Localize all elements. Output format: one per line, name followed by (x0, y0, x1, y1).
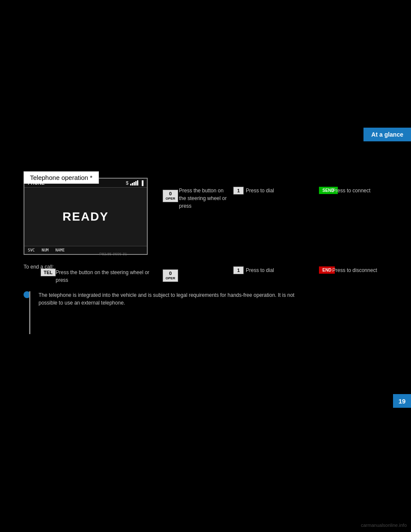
num1-key-bottom[interactable]: 1 (233, 266, 244, 274)
ready-text: READY (63, 210, 109, 224)
body-text-end-4: Press to disconnect (332, 266, 396, 274)
phone-bottom-bar: SVC NUM NAME (24, 246, 147, 254)
watermark: carmanualsonline.info (361, 523, 407, 528)
oper-key-top-main: 0 (165, 191, 176, 197)
body-text-2: Press to dial (246, 187, 314, 194)
name-label: NAME (56, 248, 65, 252)
oper-key-top[interactable]: 0 OPER (163, 190, 178, 202)
oper-key-bottom-sub: OPER (165, 276, 176, 281)
num1-label-bottom: 1 (237, 268, 240, 273)
body-text-end-1: To end a call: (24, 263, 58, 271)
svc-label: SVC (28, 248, 35, 252)
body-text-3: Press to connect (332, 187, 396, 194)
body-text-1: Press the button on the steering wheel o… (179, 187, 230, 210)
dollar-sign: $ (126, 180, 128, 185)
section-title: Telephone operation * (24, 171, 99, 184)
page-number: 19 (393, 394, 411, 408)
phone-screen-image: PHONE $ ▐ READY SVC NUM NAME (24, 178, 148, 255)
note-text: The telephone is integrated into the veh… (39, 291, 295, 307)
signal-bars (130, 180, 138, 185)
photo-reference: P82.85-9606-31 (99, 252, 127, 256)
oper-key-bottom[interactable]: 0 OPER (163, 269, 178, 282)
antenna-icon: ▐ (140, 180, 143, 185)
num1-key-top[interactable]: 1 (233, 187, 244, 194)
oper-key-bottom-main: 0 (165, 271, 176, 276)
note-vertical-line (29, 291, 30, 334)
end-label: END (322, 268, 331, 272)
oper-key-top-sub: OPER (165, 197, 176, 201)
num-label: NUM (42, 248, 48, 252)
signal-area: $ ▐ (126, 180, 143, 185)
num1-label-top: 1 (237, 188, 240, 193)
body-text-end-2: Press the button on the steering wheel o… (56, 269, 158, 284)
body-text-end-3: Press to dial (246, 266, 314, 274)
at-a-glance-tab: At a glance (363, 128, 411, 141)
